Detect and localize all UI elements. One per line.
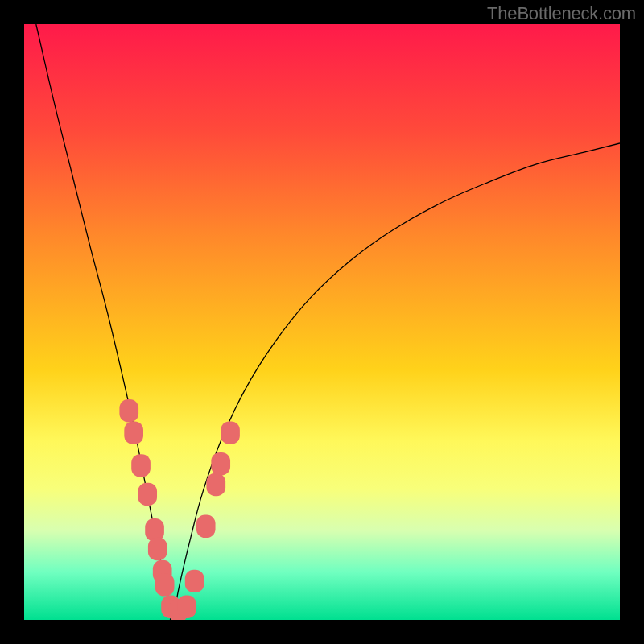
data-marker bbox=[124, 421, 143, 444]
data-marker bbox=[196, 515, 216, 538]
plot-area bbox=[24, 24, 620, 620]
data-marker bbox=[221, 421, 240, 444]
data-marker bbox=[177, 596, 196, 618]
data-marker bbox=[211, 452, 230, 475]
right-branch-curve bbox=[173, 143, 620, 620]
chart-svg bbox=[24, 24, 620, 620]
data-marker bbox=[131, 454, 151, 477]
data-marker bbox=[148, 538, 167, 560]
data-marker bbox=[155, 573, 175, 596]
data-marker bbox=[206, 473, 225, 496]
chart-stage: TheBottleneck.com bbox=[0, 0, 644, 644]
data-marker bbox=[185, 570, 204, 592]
data-marker bbox=[138, 483, 157, 506]
watermark-text: TheBottleneck.com bbox=[487, 3, 636, 24]
data-marker bbox=[119, 399, 138, 422]
